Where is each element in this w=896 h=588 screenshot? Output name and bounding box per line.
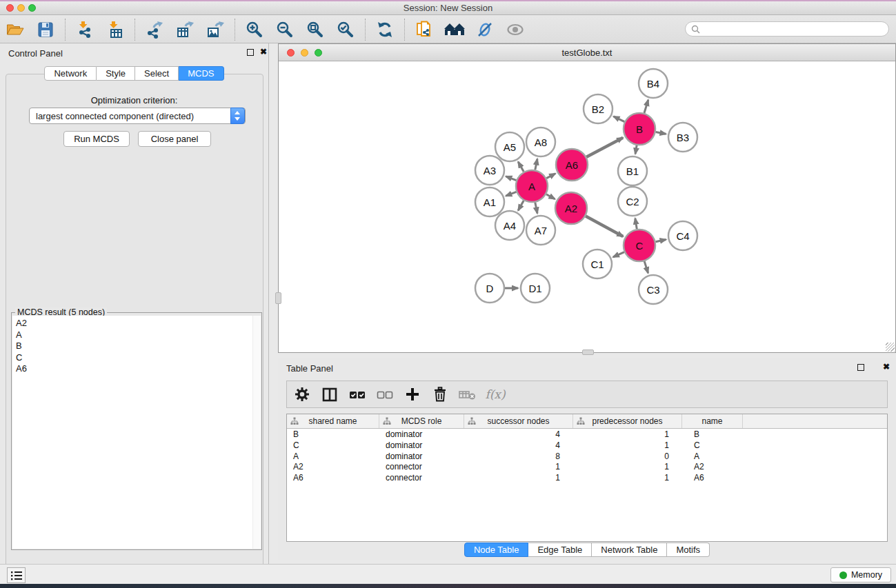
memory-button[interactable]: Memory <box>830 567 891 582</box>
home-icon[interactable] <box>443 19 466 41</box>
graph-node-C4[interactable]: C4 <box>668 221 697 250</box>
graph-node-A8[interactable]: A8 <box>526 128 555 156</box>
network-graph-canvas[interactable]: B4B2BB3A8A5A6A3B1AA1C2A2A4A7C4CC1DD1C3 <box>279 61 895 352</box>
dropdown-stepper[interactable] <box>230 108 245 124</box>
graph-node-C1[interactable]: C1 <box>583 250 612 278</box>
column-header-successor-nodes[interactable]: successor nodes <box>464 414 573 428</box>
toggle-graphics-details-icon[interactable] <box>473 19 497 41</box>
graph-edge-B-B3[interactable] <box>656 132 666 134</box>
open-session-icon[interactable] <box>3 19 27 41</box>
graph-node-A6[interactable]: A6 <box>556 149 588 181</box>
column-header-name[interactable]: name <box>682 414 743 428</box>
graph-node-D1[interactable]: D1 <box>521 274 550 303</box>
task-history-button[interactable] <box>7 567 26 583</box>
save-session-icon[interactable] <box>34 19 57 41</box>
eye-icon[interactable] <box>504 19 527 41</box>
tab-network[interactable]: Network <box>44 66 97 81</box>
graph-edge-A-A7[interactable] <box>535 203 537 214</box>
duplicate-network-icon[interactable] <box>412 19 436 41</box>
result-scrollbar[interactable] <box>252 316 261 549</box>
zoom-out-icon[interactable] <box>273 19 297 41</box>
vertical-scroll-thumb[interactable] <box>275 292 281 304</box>
float-panel-icon[interactable] <box>857 364 864 371</box>
delete-column-icon[interactable] <box>428 383 452 406</box>
graph-node-D[interactable]: D <box>475 274 504 303</box>
graph-node-B3[interactable]: B3 <box>668 123 697 152</box>
graph-edge-B-B4[interactable] <box>644 100 648 113</box>
graph-edge-C-C1[interactable] <box>613 252 624 257</box>
mcds-result-list[interactable]: A2ABCA6 <box>12 316 252 549</box>
graph-edge-A-A8[interactable] <box>535 159 537 170</box>
graph-node-A1[interactable]: A1 <box>475 187 504 216</box>
table-row[interactable]: Cdominator41C <box>287 440 887 451</box>
import-network-icon[interactable] <box>73 19 97 41</box>
zoom-in-icon[interactable] <box>243 19 266 41</box>
close-panel-icon[interactable]: ✖ <box>883 362 890 372</box>
graph-edge-A-A2[interactable] <box>546 194 555 199</box>
search-input[interactable] <box>700 23 888 35</box>
close-panel-button[interactable]: Close panel <box>138 131 211 147</box>
deselect-all-icon[interactable] <box>372 383 397 406</box>
apply-layout-icon[interactable] <box>373 19 397 41</box>
graph-node-A[interactable]: A <box>516 170 548 202</box>
table-row[interactable]: Adominator80A <box>287 451 887 462</box>
tab-select[interactable]: Select <box>135 66 179 81</box>
table-tab-motifs[interactable]: Motifs <box>667 543 710 557</box>
column-header-shared-name[interactable]: shared name <box>287 414 379 428</box>
graph-edge-A-A3[interactable] <box>506 176 516 181</box>
horizontal-scroll-thumb[interactable] <box>582 349 594 355</box>
table-tab-network-table[interactable]: Network Table <box>592 543 667 557</box>
graph-node-A3[interactable]: A3 <box>475 156 504 185</box>
graph-node-A5[interactable]: A5 <box>495 132 524 161</box>
result-item[interactable]: A <box>16 330 252 341</box>
column-header-predecessor-nodes[interactable]: predecessor nodes <box>573 414 682 428</box>
graph-edge-A-A6[interactable] <box>546 174 555 179</box>
graph-node-A7[interactable]: A7 <box>526 216 555 245</box>
graph-node-A2[interactable]: A2 <box>555 192 587 224</box>
close-panel-icon[interactable]: ✖ <box>260 47 267 57</box>
graph-node-C[interactable]: C <box>624 230 655 261</box>
graph-node-C2[interactable]: C2 <box>618 187 647 216</box>
result-item[interactable]: A6 <box>16 363 252 375</box>
resize-grip[interactable] <box>886 343 895 352</box>
export-network-icon[interactable] <box>143 19 166 41</box>
graph-edge-C-C4[interactable] <box>655 239 666 241</box>
graph-node-B2[interactable]: B2 <box>584 94 613 123</box>
graph-edge-C-C2[interactable] <box>635 219 637 230</box>
run-mcds-button[interactable]: Run MCDS <box>63 131 130 147</box>
optimization-criterion-dropdown[interactable]: largest connected component (directed) <box>29 108 246 124</box>
import-table-icon[interactable] <box>103 19 127 41</box>
column-header-mcds-role[interactable]: MCDS role <box>379 414 464 428</box>
table-row[interactable]: A2connector11A2 <box>287 461 887 472</box>
zoom-selected-icon[interactable] <box>334 19 357 41</box>
select-all-icon[interactable] <box>345 383 370 406</box>
graph-edge-A-A1[interactable] <box>506 192 516 196</box>
zoom-fit-icon[interactable] <box>303 19 327 41</box>
float-panel-icon[interactable] <box>247 49 254 56</box>
table-tab-node-table[interactable]: Node Table <box>464 543 529 557</box>
graph-node-B[interactable]: B <box>624 113 655 145</box>
table-row[interactable]: Bdominator41B <box>287 429 887 440</box>
function-builder-icon[interactable]: f(x) <box>483 383 508 406</box>
graph-edge-C-C3[interactable] <box>644 261 648 273</box>
graph-node-B1[interactable]: B1 <box>618 156 647 185</box>
graph-node-C3[interactable]: C3 <box>639 275 668 304</box>
tab-style[interactable]: Style <box>97 66 135 81</box>
graph-edge-B-B2[interactable] <box>614 116 625 122</box>
graph-node-A4[interactable]: A4 <box>495 211 524 240</box>
graph-edge-A6-B[interactable] <box>586 138 623 157</box>
graph-edge-B-B1[interactable] <box>635 145 637 154</box>
table-tab-edge-table[interactable]: Edge Table <box>528 543 592 557</box>
export-table-icon[interactable] <box>173 19 197 41</box>
table-settings-icon[interactable] <box>290 383 315 406</box>
table-row[interactable]: A6connector11A6 <box>287 472 887 483</box>
result-item[interactable]: B <box>16 341 252 352</box>
result-item[interactable]: C <box>16 352 252 364</box>
graph-edge-A-A4[interactable] <box>518 201 524 210</box>
delete-table-icon[interactable] <box>455 383 480 406</box>
export-image-icon[interactable] <box>203 19 227 41</box>
graph-node-B4[interactable]: B4 <box>639 69 668 98</box>
tab-mcds[interactable]: MCDS <box>179 66 223 81</box>
create-column-icon[interactable] <box>400 383 425 406</box>
result-item[interactable]: A2 <box>16 318 252 330</box>
